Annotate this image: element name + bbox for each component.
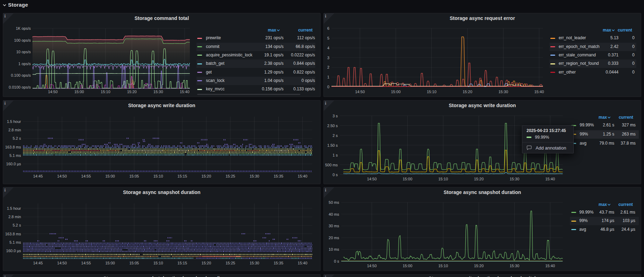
svg-text:20 ms: 20 ms (329, 236, 339, 240)
svg-text:15:05: 15:05 (129, 261, 139, 265)
svg-text:1 s: 1 s (332, 153, 338, 157)
svg-text:30 ms: 30 ms (329, 224, 339, 228)
svg-text:6: 6 (327, 26, 329, 30)
svg-text:14:55: 14:55 (81, 261, 91, 265)
svg-text:15:25: 15:25 (226, 261, 235, 265)
svg-text:15:20: 15:20 (474, 177, 484, 181)
svg-text:15:30: 15:30 (250, 261, 259, 265)
svg-text:163.8 ms: 163.8 ms (5, 232, 21, 236)
svg-text:15:30: 15:30 (153, 90, 163, 94)
svg-text:15:00: 15:00 (403, 177, 413, 181)
svg-text:40 ms: 40 ms (329, 212, 339, 216)
svg-text:14:50: 14:50 (367, 177, 377, 181)
svg-text:3: 3 (327, 56, 329, 60)
svg-text:1.5 hour: 1.5 hour (7, 119, 21, 124)
svg-text:2.8 min: 2.8 min (8, 128, 21, 132)
svg-text:15:10: 15:10 (153, 174, 163, 178)
svg-text:0 s: 0 s (334, 259, 339, 263)
svg-text:14:50: 14:50 (57, 261, 67, 265)
svg-text:5.2 s: 5.2 s (13, 223, 21, 227)
svg-text:1 ops/s: 1 ops/s (19, 62, 31, 66)
svg-text:15:10: 15:10 (101, 90, 110, 94)
svg-text:15:35: 15:35 (274, 261, 284, 265)
svg-text:15:40: 15:40 (298, 261, 308, 265)
svg-text:15:00: 15:00 (105, 261, 115, 265)
svg-text:2.50 s: 2.50 s (327, 123, 338, 127)
svg-text:0.0100 ops/s: 0.0100 ops/s (9, 85, 31, 89)
svg-text:15:20: 15:20 (127, 90, 137, 94)
svg-text:5.1 ms: 5.1 ms (9, 240, 21, 244)
svg-text:160.0 µs: 160.0 µs (6, 249, 21, 253)
svg-text:160.0 µs: 160.0 µs (6, 162, 21, 166)
svg-text:500 ms: 500 ms (325, 162, 338, 167)
svg-text:2.8 min: 2.8 min (8, 215, 21, 219)
svg-text:15:25: 15:25 (226, 174, 235, 178)
svg-text:14:55: 14:55 (81, 174, 91, 178)
svg-text:10 ops/s: 10 ops/s (16, 50, 31, 54)
svg-text:10 ms: 10 ms (329, 247, 339, 251)
svg-text:3 s: 3 s (332, 113, 338, 118)
svg-text:14:45: 14:45 (33, 174, 43, 178)
svg-text:15:40: 15:40 (298, 174, 308, 178)
svg-text:15:10: 15:10 (438, 264, 448, 268)
svg-text:1K ops/s: 1K ops/s (16, 26, 31, 30)
svg-text:15:40: 15:40 (545, 264, 555, 268)
svg-text:15:30: 15:30 (499, 90, 508, 94)
svg-text:15:40: 15:40 (545, 177, 555, 181)
svg-text:15:20: 15:20 (463, 90, 472, 94)
svg-text:4: 4 (327, 46, 329, 50)
svg-text:15:10: 15:10 (153, 261, 163, 265)
svg-text:0.100 ops/s: 0.100 ops/s (11, 73, 31, 77)
svg-text:15:20: 15:20 (201, 261, 211, 265)
svg-text:163.8 ms: 163.8 ms (5, 145, 21, 149)
svg-text:2: 2 (327, 65, 329, 69)
svg-text:2 s: 2 s (332, 133, 338, 137)
svg-text:15:15: 15:15 (178, 261, 187, 265)
svg-text:15:20: 15:20 (201, 174, 211, 178)
svg-text:15:15: 15:15 (178, 174, 187, 178)
svg-text:15:10: 15:10 (427, 90, 437, 94)
svg-text:14:50: 14:50 (57, 174, 67, 178)
svg-text:14:50: 14:50 (48, 90, 58, 94)
svg-text:14:45: 14:45 (33, 261, 43, 265)
svg-text:1.50 s: 1.50 s (327, 143, 338, 147)
svg-text:15:30: 15:30 (510, 264, 520, 268)
svg-text:1: 1 (327, 75, 329, 79)
svg-text:5.2 s: 5.2 s (13, 136, 21, 140)
svg-text:15:00: 15:00 (391, 90, 401, 94)
svg-text:15:00: 15:00 (74, 90, 84, 94)
svg-text:50 ms: 50 ms (329, 200, 339, 205)
svg-text:15:10: 15:10 (438, 177, 448, 181)
svg-text:1.5 hour: 1.5 hour (7, 206, 21, 210)
svg-text:5: 5 (327, 36, 329, 40)
svg-text:15:35: 15:35 (274, 174, 284, 178)
svg-text:14:50: 14:50 (355, 90, 365, 94)
svg-text:15:00: 15:00 (403, 264, 413, 268)
svg-text:15:40: 15:40 (180, 90, 189, 94)
svg-text:0 s: 0 s (332, 172, 338, 176)
svg-text:0: 0 (327, 85, 329, 89)
svg-text:15:30: 15:30 (510, 177, 520, 181)
svg-text:15:30: 15:30 (250, 174, 259, 178)
svg-text:15:00: 15:00 (105, 174, 115, 178)
svg-text:15:20: 15:20 (474, 264, 484, 268)
svg-text:15:05: 15:05 (129, 174, 139, 178)
svg-text:100 ops/s: 100 ops/s (14, 38, 31, 42)
svg-text:14:50: 14:50 (367, 264, 377, 268)
svg-text:15:40: 15:40 (534, 90, 544, 94)
svg-text:5.1 ms: 5.1 ms (9, 153, 21, 157)
